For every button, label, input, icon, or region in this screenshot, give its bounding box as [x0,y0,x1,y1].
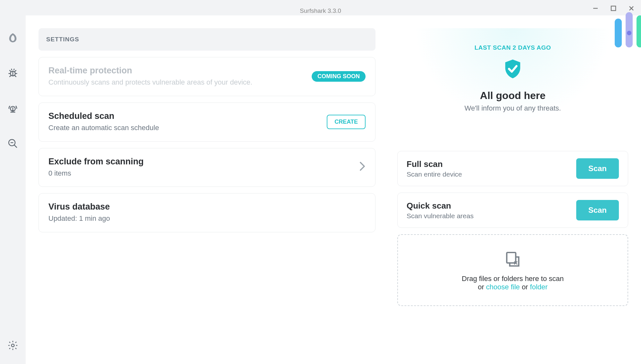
full-scan-button[interactable]: Scan [576,158,619,179]
card-quick-scan: Quick scan Scan vulnerable areas Scan [397,193,628,228]
decor-bar-icon [626,12,633,47]
drop-zone[interactable]: Drag files or folders here to scan or ch… [397,234,628,306]
svg-line-8 [10,70,11,72]
drop-text-line1: Drag files or folders here to scan [404,275,621,283]
decor-bar-icon [615,19,622,47]
quick-scan-button[interactable]: Scan [576,200,619,220]
minimize-icon[interactable] [591,4,600,13]
card-full-scan: Full scan Scan entire device Scan [397,151,628,186]
settings-header-text: SETTINGS [46,36,79,43]
status-panel: LAST SCAN 2 DAYS AGO All good here We'll… [397,15,641,364]
card-title: Exclude from scanning [48,157,353,167]
card-title: Virus database [48,202,366,212]
maximize-icon[interactable] [609,4,618,13]
svg-line-10 [10,76,11,77]
choose-folder-link[interactable]: folder [530,283,548,291]
gear-icon[interactable] [7,340,19,351]
status-area: LAST SCAN 2 DAYS AGO All good here We'll… [397,28,628,138]
close-icon[interactable] [627,4,636,13]
search-icon[interactable] [7,138,19,149]
scan-subtitle: Scan vulnerable areas [407,212,474,220]
create-button[interactable]: CREATE [327,115,366,129]
svg-rect-1 [611,6,616,11]
card-desc: Create an automatic scan schedule [48,123,320,133]
decor-bar-icon [637,15,641,47]
scan-title: Full scan [407,159,462,169]
card-desc: Updated: 1 min ago [48,214,366,224]
status-subtitle: We'll inform you of any threats. [404,104,622,112]
card-scheduled-scan: Scheduled scan Create an automatic scan … [38,103,375,142]
card-virus-database: Virus database Updated: 1 min ago [38,193,375,232]
svg-point-21 [12,344,14,347]
card-desc: Continuously scans and protects vulnerab… [48,78,305,87]
card-exclude-from-scanning[interactable]: Exclude from scanning 0 items [38,148,375,187]
alert-icon[interactable] [7,103,19,114]
settings-panel: SETTINGS Real-time protection Continuous… [26,15,397,364]
settings-header: SETTINGS [38,28,375,51]
chevron-right-icon [359,161,366,173]
card-desc: 0 items [48,169,353,178]
window-title: Surfshark 3.3.0 [300,7,341,14]
card-title: Real-time protection [48,66,305,76]
choose-file-link[interactable]: choose file [486,283,520,291]
bug-icon[interactable] [7,67,19,79]
shield-check-icon [502,58,524,80]
scan-subtitle: Scan entire device [407,170,462,178]
titlebar: Surfshark 3.3.0 [0,0,641,15]
svg-line-11 [15,76,16,77]
sidebar [0,15,26,364]
last-scan-label: LAST SCAN 2 DAYS AGO [404,44,622,51]
logo-icon[interactable] [7,32,19,44]
coming-soon-badge: COMING SOON [312,71,366,82]
svg-point-16 [13,110,13,111]
card-title: Scheduled scan [48,111,320,121]
scan-title: Quick scan [407,201,474,211]
drop-text-line2: or choose file or folder [404,283,621,291]
status-title: All good here [404,90,622,102]
decor-bars [615,12,641,47]
svg-line-19 [14,145,17,148]
svg-line-9 [15,70,16,72]
card-realtime-protection: Real-time protection Continuously scans … [38,57,375,96]
file-drop-icon [504,250,522,268]
window-controls [591,4,636,13]
svg-line-12 [12,69,12,70]
svg-line-13 [14,69,14,70]
